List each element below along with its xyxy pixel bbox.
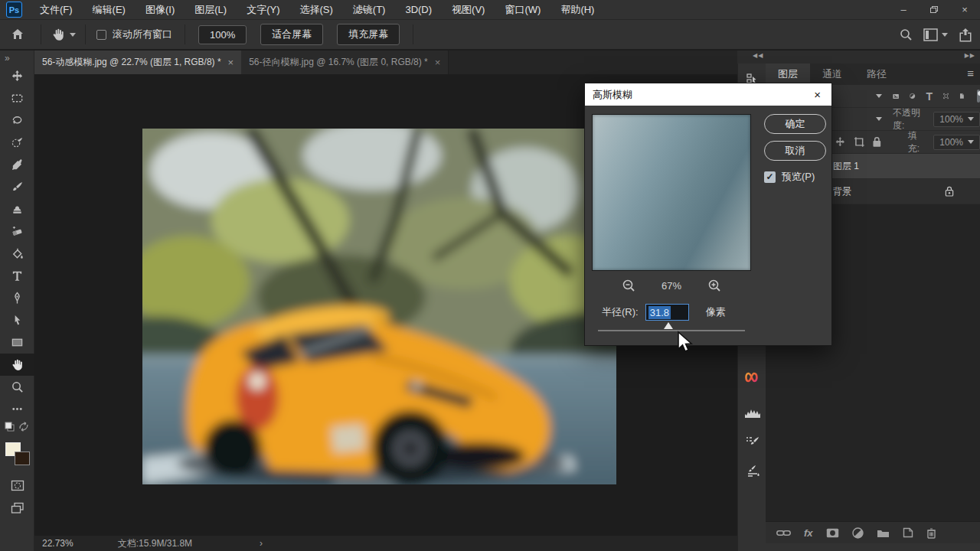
hand-tool[interactable] (0, 354, 34, 376)
workspace-switcher[interactable] (923, 28, 948, 41)
eyedropper-tool[interactable] (0, 154, 34, 176)
preview-checkbox[interactable]: ✓ (764, 171, 776, 183)
options-bar: 滚动所有窗口 100% 适合屏幕 填充屏幕 (0, 19, 980, 50)
status-chevron-icon[interactable]: › (260, 538, 263, 549)
fill-value[interactable]: 100% (933, 135, 980, 150)
brushes-panel-icon[interactable] (738, 459, 766, 482)
filter-shape-layers-icon[interactable] (943, 90, 949, 102)
panel-menu-icon[interactable]: ≡ (967, 67, 974, 80)
radius-slider-track[interactable] (598, 330, 745, 331)
status-zoom-level[interactable]: 22.73% (42, 538, 74, 549)
hand-tool-preset[interactable] (47, 27, 79, 42)
path-selection-tool[interactable] (0, 309, 34, 331)
delete-layer-icon[interactable] (926, 527, 936, 539)
zoom-tool[interactable] (0, 376, 34, 398)
lock-all-icon[interactable] (872, 136, 882, 148)
toolbar-collapse-arrows[interactable]: » (0, 51, 34, 65)
ok-button[interactable]: 确定 (764, 114, 826, 134)
new-adjustment-layer-icon[interactable] (852, 527, 864, 539)
lasso-tool[interactable] (0, 109, 34, 132)
filter-pixel-layers-icon[interactable] (893, 91, 899, 102)
menu-filter[interactable]: 滤镜(T) (343, 0, 396, 19)
tab-channels[interactable]: 通道 (810, 64, 854, 85)
chevron-down-icon (70, 33, 76, 37)
menu-view[interactable]: 视图(V) (442, 0, 495, 19)
cancel-button[interactable]: 取消 (764, 141, 826, 161)
workspace-icon (923, 28, 938, 41)
clone-stamp-tool[interactable] (0, 198, 34, 220)
menu-type[interactable]: 文字(Y) (237, 0, 289, 19)
menu-layer[interactable]: 图层(L) (185, 0, 237, 19)
radius-input[interactable]: 31.8 (645, 304, 689, 321)
layers-panel-footer: fx (766, 521, 980, 543)
tab-layers[interactable]: 图层 (766, 64, 810, 85)
chevron-down-icon[interactable] (876, 117, 882, 121)
filter-type-layers-icon[interactable]: T (926, 90, 933, 103)
divider (413, 24, 413, 44)
rectangle-tool[interactable] (0, 331, 34, 354)
filter-adjustment-layers-icon[interactable] (910, 90, 915, 102)
filter-toggle[interactable] (977, 90, 980, 103)
layer-style-fx-icon[interactable]: fx (804, 527, 813, 539)
opacity-value[interactable]: 100% (933, 112, 980, 127)
menu-window[interactable]: 窗口(W) (495, 0, 550, 19)
tab-close-icon[interactable]: × (435, 57, 441, 68)
collapse-panels-left-icon[interactable]: ◀◀ (753, 52, 763, 59)
lock-transform-icon[interactable] (854, 136, 865, 148)
tab-close-icon[interactable]: × (228, 57, 234, 68)
brush-tool[interactable] (0, 176, 34, 198)
menu-file[interactable]: 文件(F) (30, 0, 83, 19)
add-layer-mask-icon[interactable] (826, 528, 839, 538)
pen-tool[interactable] (0, 287, 34, 309)
new-group-icon[interactable] (877, 528, 890, 538)
document-tab-inactive[interactable]: 56-径向模糊.jpg @ 16.7% (图层 0, RGB/8) * × (241, 51, 449, 74)
menu-select[interactable]: 选择(S) (289, 0, 342, 19)
histogram-panel-icon[interactable] (738, 401, 766, 424)
brush-settings-panel-icon[interactable] (738, 430, 766, 453)
filter-smart-objects-icon[interactable] (959, 90, 964, 102)
blur-preview-thumbnail[interactable] (592, 114, 751, 271)
menu-3d[interactable]: 3D(D) (395, 0, 442, 19)
minimize-button[interactable]: – (888, 0, 919, 19)
search-icon[interactable] (899, 28, 913, 41)
collapse-panels-right-icon[interactable]: ▶▶ (965, 52, 975, 59)
type-tool[interactable] (0, 265, 34, 287)
restore-button[interactable] (919, 0, 949, 19)
swap-colors-icon[interactable] (18, 422, 29, 432)
new-layer-icon[interactable] (903, 527, 913, 538)
restore-icon (930, 6, 938, 13)
quick-mask-button[interactable] (0, 474, 34, 497)
tab-paths[interactable]: 路径 (854, 64, 899, 85)
dialog-close-icon[interactable]: × (811, 88, 824, 101)
zoom-in-icon[interactable] (707, 279, 721, 292)
default-colors-icon[interactable] (5, 422, 15, 432)
move-tool[interactable] (0, 65, 34, 87)
menu-help[interactable]: 帮助(H) (550, 0, 604, 19)
eraser-tool[interactable] (0, 220, 34, 243)
more-tools-ellipsis[interactable] (0, 398, 34, 420)
lock-position-icon[interactable] (835, 136, 846, 148)
menu-image[interactable]: 图像(I) (136, 0, 185, 19)
zoom-out-icon[interactable] (622, 279, 635, 292)
menu-edit[interactable]: 编辑(E) (83, 0, 136, 19)
close-button[interactable]: × (949, 0, 980, 19)
fit-screen-button[interactable]: 适合屏幕 (260, 24, 323, 45)
divider (85, 24, 86, 44)
chevron-down-icon (968, 140, 974, 144)
preview-checkbox-group[interactable]: ✓ 预览(P) (764, 170, 815, 184)
background-color-swatch[interactable] (15, 452, 30, 465)
document-tab-active[interactable]: 56-动感模糊.jpg @ 22.7% (图层 1, RGB/8) * × (34, 51, 241, 74)
screen-mode-button[interactable] (0, 497, 34, 519)
link-layers-icon[interactable] (776, 529, 791, 537)
dialog-title-bar[interactable]: 高斯模糊 × (585, 83, 831, 106)
zoom-100-button[interactable]: 100% (198, 25, 247, 44)
scroll-all-windows-checkbox[interactable] (96, 30, 106, 40)
radius-slider-thumb[interactable] (664, 322, 673, 329)
marquee-tool[interactable] (0, 87, 34, 109)
object-selection-tool[interactable] (0, 132, 34, 154)
libraries-panel-icon[interactable] (738, 366, 766, 389)
fill-screen-button[interactable]: 填充屏幕 (337, 24, 400, 45)
paint-bucket-tool[interactable] (0, 243, 34, 265)
share-icon[interactable] (959, 28, 972, 42)
home-icon[interactable] (11, 28, 24, 41)
